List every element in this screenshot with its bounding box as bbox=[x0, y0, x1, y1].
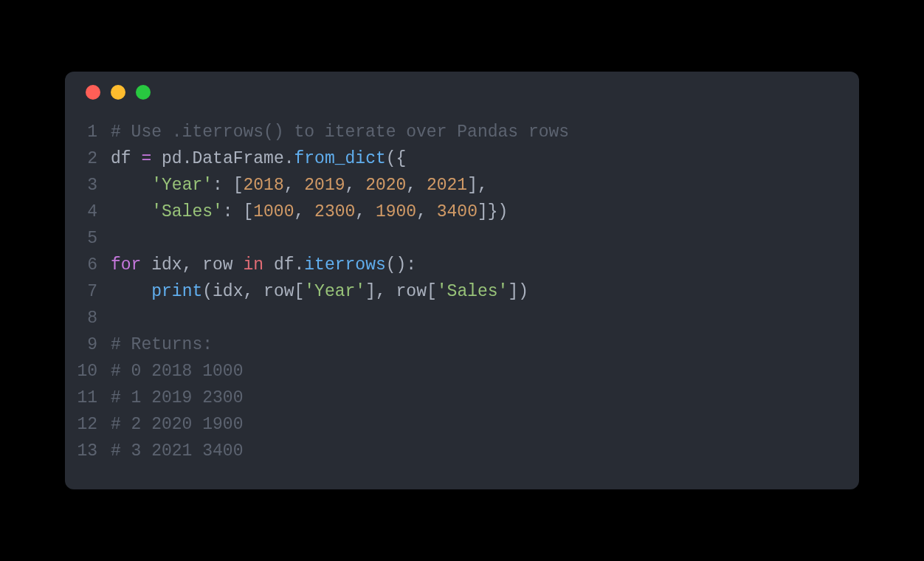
code-line[interactable]: 11# 1 2019 2300 bbox=[65, 385, 859, 411]
line-number: 1 bbox=[65, 119, 111, 145]
zoom-icon[interactable] bbox=[136, 85, 151, 100]
code-line[interactable]: 9# Returns: bbox=[65, 331, 859, 358]
code-line[interactable]: 10# 0 2018 1000 bbox=[65, 358, 859, 385]
line-number: 4 bbox=[65, 199, 111, 225]
line-content[interactable]: # Returns: bbox=[111, 331, 213, 358]
line-content[interactable]: for idx, row in df.iterrows(): bbox=[111, 252, 416, 278]
code-line[interactable]: 1# Use .iterrows() to iterate over Panda… bbox=[65, 119, 859, 145]
line-content[interactable]: # 2 2020 1900 bbox=[111, 411, 243, 438]
code-window: 1# Use .iterrows() to iterate over Panda… bbox=[65, 72, 859, 489]
line-number: 9 bbox=[65, 331, 111, 358]
code-line[interactable]: 5 bbox=[65, 225, 859, 252]
line-content[interactable]: # 1 2019 2300 bbox=[111, 385, 243, 411]
line-number: 12 bbox=[65, 411, 111, 438]
line-number: 10 bbox=[65, 358, 111, 385]
minimize-icon[interactable] bbox=[111, 85, 125, 100]
code-line[interactable]: 7 print(idx, row['Year'], row['Sales']) bbox=[65, 278, 859, 305]
code-line[interactable]: 6for idx, row in df.iterrows(): bbox=[65, 252, 859, 278]
line-content[interactable]: df = pd.DataFrame.from_dict({ bbox=[111, 145, 406, 172]
line-number: 7 bbox=[65, 278, 111, 305]
line-number: 6 bbox=[65, 252, 111, 278]
code-line[interactable]: 3 'Year': [2018, 2019, 2020, 2021], bbox=[65, 172, 859, 199]
code-line[interactable]: 2df = pd.DataFrame.from_dict({ bbox=[65, 145, 859, 172]
line-content[interactable]: # 3 2021 3400 bbox=[111, 438, 243, 464]
line-number: 5 bbox=[65, 225, 111, 252]
line-number: 2 bbox=[65, 145, 111, 172]
line-content[interactable]: 'Sales': [1000, 2300, 1900, 3400]}) bbox=[111, 199, 508, 225]
line-content[interactable]: 'Year': [2018, 2019, 2020, 2021], bbox=[111, 172, 488, 199]
line-content[interactable]: print(idx, row['Year'], row['Sales']) bbox=[111, 278, 528, 305]
close-icon[interactable] bbox=[86, 85, 100, 100]
code-line[interactable]: 4 'Sales': [1000, 2300, 1900, 3400]}) bbox=[65, 199, 859, 225]
code-editor[interactable]: 1# Use .iterrows() to iterate over Panda… bbox=[65, 113, 859, 489]
code-line[interactable]: 13# 3 2021 3400 bbox=[65, 438, 859, 464]
code-line[interactable]: 8 bbox=[65, 305, 859, 331]
line-content[interactable]: # 0 2018 1000 bbox=[111, 358, 243, 385]
line-number: 8 bbox=[65, 305, 111, 331]
code-line[interactable]: 12# 2 2020 1900 bbox=[65, 411, 859, 438]
line-number: 13 bbox=[65, 438, 111, 464]
line-number: 11 bbox=[65, 385, 111, 411]
line-content[interactable]: # Use .iterrows() to iterate over Pandas… bbox=[111, 119, 569, 145]
line-number: 3 bbox=[65, 172, 111, 199]
titlebar bbox=[65, 72, 859, 113]
